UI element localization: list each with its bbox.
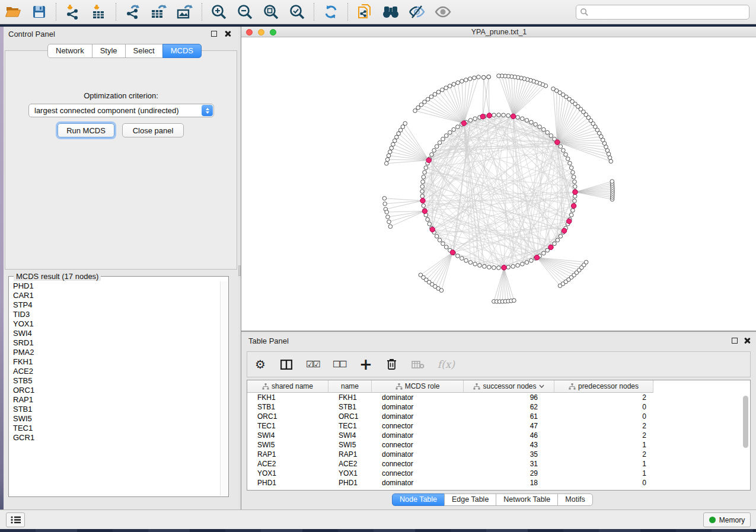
table-row[interactable]: YOX1YOX1connector291 (247, 469, 750, 478)
network-window-titlebar[interactable]: YPA_prune.txt_1 (241, 27, 756, 37)
mcds-result-item[interactable]: GCR1 (9, 433, 220, 443)
mcds-result-item[interactable]: RAP1 (9, 395, 220, 405)
table-row[interactable]: PHD1PHD1dominator180 (247, 478, 750, 488)
export-table-button[interactable] (148, 2, 170, 22)
show-all-button[interactable] (432, 2, 454, 22)
add-column-button[interactable]: + (359, 356, 372, 373)
show-columns-button[interactable] (280, 356, 293, 373)
mcds-result-item[interactable]: STB1 (9, 405, 220, 414)
table-cell: dominator (372, 393, 464, 402)
search-input[interactable] (589, 7, 749, 18)
sort-desc-icon (539, 384, 544, 388)
tab-mcds[interactable]: MCDS (162, 44, 202, 58)
run-mcds-button[interactable]: Run MCDS (58, 123, 114, 137)
network-canvas[interactable] (241, 37, 756, 332)
mcds-result-item[interactable]: PMA2 (9, 348, 220, 357)
table-cell: 1 (554, 440, 653, 450)
column-header-successor-nodes[interactable]: successor nodes (464, 380, 554, 393)
column-label: name (341, 382, 359, 390)
save-session-button[interactable] (28, 2, 50, 22)
export-network-button[interactable] (122, 2, 144, 22)
table-row[interactable]: FKH1FKH1dominator962 (247, 393, 750, 402)
delete-table-button[interactable] (412, 356, 425, 373)
network-document-icon (357, 4, 372, 20)
table-row[interactable]: RAP1RAP1dominator352 (247, 450, 750, 459)
deselect-all-button[interactable]: ☐☐ (333, 356, 346, 373)
export-image-icon (176, 4, 194, 20)
zoom-fit-button[interactable] (260, 2, 282, 22)
open-session-button[interactable] (2, 2, 24, 22)
mcds-result-item[interactable]: SWI5 (9, 414, 220, 424)
mcds-result-item[interactable]: STP4 (9, 300, 220, 310)
tab-style[interactable]: Style (92, 44, 126, 58)
close-panel-icon[interactable] (224, 30, 231, 37)
mcds-result-item[interactable]: STB5 (9, 376, 220, 386)
table-settings-button[interactable]: ⚙ (254, 356, 267, 373)
table-cell: ACE2 (328, 459, 372, 469)
table-row[interactable]: TEC1TEC1connector472 (247, 421, 750, 431)
select-all-button[interactable]: ☑☑ (306, 356, 320, 373)
table-tab-motifs[interactable]: Motifs (557, 493, 592, 506)
search-network-button[interactable] (379, 2, 402, 22)
column-label: shared name (272, 382, 313, 390)
delete-column-button[interactable] (385, 356, 398, 373)
zoom-selected-button[interactable] (286, 2, 308, 22)
table-row[interactable]: SWI4SWI4dominator462 (247, 431, 750, 440)
export-image-button[interactable] (174, 2, 196, 22)
table-cell: TEC1 (247, 421, 328, 431)
table-tab-node-table[interactable]: Node Table (392, 493, 445, 506)
table-cell: SWI5 (247, 440, 328, 450)
mcds-result-item[interactable]: SWI4 (9, 329, 220, 338)
table-cell: 61 (464, 412, 554, 421)
mcds-result-item[interactable]: CAR1 (9, 291, 220, 300)
memory-button[interactable]: Memory (703, 512, 751, 527)
table-row[interactable]: ACE2ACE2connector311 (247, 459, 750, 469)
zoom-in-button[interactable] (208, 2, 230, 22)
column-header-shared-name[interactable]: shared name (247, 380, 328, 393)
import-table-button[interactable] (88, 2, 110, 22)
table-cell: connector (372, 440, 464, 450)
column-header-MCDS-role[interactable]: MCDS role (372, 380, 464, 393)
toolbar-separator (56, 3, 56, 21)
mcds-result-item[interactable]: PHD1 (9, 281, 220, 291)
float-panel-icon[interactable] (211, 31, 217, 37)
table-cell: connector (372, 459, 464, 469)
table-scrollbar-thumb[interactable] (743, 396, 748, 448)
import-network-button[interactable] (62, 2, 84, 22)
main-toolbar (0, 0, 756, 24)
column-header-predecessor-nodes[interactable]: predecessor nodes (554, 380, 653, 393)
new-network-from-selection-button[interactable] (353, 2, 376, 22)
zoom-fit-icon (263, 4, 279, 20)
table-toolbar: ⚙ ☑☑ ☐☐ + (247, 351, 751, 377)
mcds-result-item[interactable]: TID3 (9, 310, 220, 319)
tab-select[interactable]: Select (125, 44, 163, 58)
mcds-result-item[interactable]: YOX1 (9, 319, 220, 329)
close-table-panel-icon[interactable] (744, 337, 751, 344)
table-row[interactable]: ORC1ORC1dominator610 (247, 412, 750, 421)
task-history-button[interactable] (6, 512, 25, 527)
table-row[interactable]: STB1STB1dominator620 (247, 402, 750, 412)
mcds-result-item[interactable]: TEC1 (9, 424, 220, 433)
tab-network[interactable]: Network (47, 44, 92, 58)
table-cell: RAP1 (247, 450, 328, 459)
table-tab-edge-table[interactable]: Edge Table (444, 493, 496, 506)
close-panel-button[interactable]: Close panel (122, 123, 184, 137)
table-tab-network-table[interactable]: Network Table (496, 493, 558, 506)
hide-selection-button[interactable] (406, 2, 428, 22)
table-cell: ORC1 (247, 412, 328, 421)
criterion-dropdown[interactable]: largest connected component (undirected) (28, 104, 214, 117)
table-cell: STB1 (247, 402, 328, 412)
network-view-window: YPA_prune.txt_1 (241, 27, 756, 332)
float-table-panel-icon[interactable] (732, 338, 738, 344)
mcds-result-item[interactable]: SRD1 (9, 338, 220, 348)
mcds-result-item[interactable]: ACE2 (9, 367, 220, 376)
table-row[interactable]: SWI5SWI5connector431 (247, 440, 750, 450)
zoom-out-button[interactable] (234, 2, 256, 22)
refresh-button[interactable] (320, 2, 342, 22)
mcds-list-scrollbar[interactable] (220, 281, 228, 496)
table-cell: dominator (372, 402, 464, 412)
mcds-result-item[interactable]: ORC1 (9, 386, 220, 395)
column-header-name[interactable]: name (328, 380, 372, 393)
function-builder-button[interactable]: f(x) (438, 356, 455, 373)
mcds-result-item[interactable]: FKH1 (9, 357, 220, 367)
